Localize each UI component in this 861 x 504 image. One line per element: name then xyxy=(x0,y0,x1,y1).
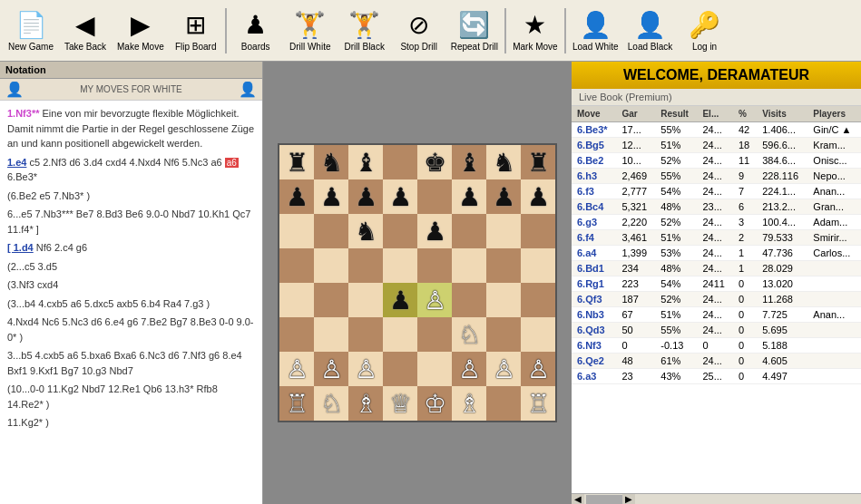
cell-1-3[interactable]: ♟ xyxy=(383,179,417,214)
horizontal-scrollbar[interactable]: ◀ ▶ xyxy=(572,493,861,504)
cell-3-4[interactable] xyxy=(417,248,452,283)
cell-15-0[interactable]: 6.Qe2 xyxy=(572,354,616,369)
cell-7-1[interactable]: ♘ xyxy=(314,386,348,421)
cell-4-3[interactable]: ♟ xyxy=(383,283,417,317)
cell-5-6[interactable] xyxy=(486,317,521,352)
cell-5-7[interactable] xyxy=(521,317,555,352)
cell-8-0[interactable]: 6.a4 xyxy=(572,246,616,261)
cell-2-2[interactable]: ♞ xyxy=(348,214,383,248)
load-black-button[interactable]: 👤 Load Black xyxy=(623,3,678,59)
table-row[interactable]: 6.Bc45,32148%23...6213.2...Gran... xyxy=(572,199,861,215)
mark-move-button[interactable]: ★ Mark Move xyxy=(508,3,563,59)
cell-1-0[interactable]: ♟ xyxy=(279,179,314,214)
cell-5-1[interactable] xyxy=(314,317,348,352)
cell-7-0[interactable]: ♖ xyxy=(279,386,314,421)
cell-5-2[interactable] xyxy=(348,317,383,352)
table-row[interactable]: 6.Bg512...51%24...18596.6...Kram... xyxy=(572,138,861,153)
new-game-button[interactable]: 📄 New Game xyxy=(4,3,58,59)
cell-1-1[interactable]: ♟ xyxy=(314,179,348,214)
table-row[interactable]: 6.Qe24861%24...04.605 xyxy=(572,354,861,369)
cell-1-2[interactable]: ♟ xyxy=(348,179,383,214)
table-row[interactable]: 6.Bd123448%24...128.029 xyxy=(572,261,861,276)
table-row[interactable]: 6.f43,46151%24...279.533Smirir... xyxy=(572,230,861,246)
cell-10-0[interactable]: 6.Rg1 xyxy=(572,276,616,292)
cell-6-2[interactable]: ♙ xyxy=(348,352,383,386)
make-move-button[interactable]: ▶ Make Move xyxy=(113,3,169,59)
cell-2-6[interactable] xyxy=(486,214,521,248)
cell-7-7[interactable]: ♖ xyxy=(521,386,555,421)
cell-2-3[interactable] xyxy=(383,214,417,248)
cell-5-5[interactable]: ♘ xyxy=(452,317,486,352)
stop-drill-button[interactable]: ⊘ Stop Drill xyxy=(392,3,446,59)
notation-1d4[interactable]: [ 1.d4 xyxy=(7,242,34,253)
cell-2-5[interactable] xyxy=(452,214,486,248)
chess-board[interactable]: ♜♞♝♚♝♞♜♟♟♟♟♟♟♟♞♟♟♙♘♙♙♙♙♙♙♖♘♗♕♔♗♖ xyxy=(278,143,557,422)
cell-0-5[interactable]: ♝ xyxy=(452,145,486,179)
table-row[interactable]: 6.f32,77754%24...7224.1...Anan... xyxy=(572,184,861,199)
cell-1-7[interactable]: ♟ xyxy=(521,179,555,214)
cell-5-0[interactable]: 6.Bc4 xyxy=(572,199,616,215)
table-row[interactable]: 6.Be210...52%24...11384.6...Onisc... xyxy=(572,153,861,169)
cell-0-6[interactable]: ♞ xyxy=(486,145,521,179)
cell-3-1[interactable] xyxy=(314,248,348,283)
cell-2-1[interactable] xyxy=(314,214,348,248)
cell-0-7[interactable]: ♜ xyxy=(521,145,555,179)
cell-5-0[interactable] xyxy=(279,317,314,352)
cell-3-0[interactable] xyxy=(279,248,314,283)
cell-2-0[interactable] xyxy=(279,214,314,248)
cell-7-6[interactable] xyxy=(486,386,521,421)
cell-0-3[interactable] xyxy=(383,145,417,179)
cell-7-0[interactable]: 6.f4 xyxy=(572,230,616,246)
log-in-button[interactable]: 🔑 Log in xyxy=(678,3,732,59)
cell-13-0[interactable]: 6.Qd3 xyxy=(572,323,616,338)
drill-white-button[interactable]: 🏋 Drill White xyxy=(283,3,338,59)
table-row[interactable]: 6.Nf30-0.13005.188 xyxy=(572,338,861,354)
cell-4-5[interactable] xyxy=(452,283,486,317)
cell-7-4[interactable]: ♔ xyxy=(417,386,452,421)
cell-4-1[interactable] xyxy=(314,283,348,317)
cell-6-0[interactable]: ♙ xyxy=(279,352,314,386)
take-back-button[interactable]: ◀ Take Back xyxy=(58,3,113,59)
cell-6-3[interactable] xyxy=(383,352,417,386)
cell-0-1[interactable]: ♞ xyxy=(314,145,348,179)
table-row[interactable]: 6.Be3*17...55%24...421.406...Gin/C ▲ xyxy=(572,122,861,138)
boards-button[interactable]: ♟ Boards xyxy=(229,3,283,59)
cell-1-0[interactable]: 6.Bg5 xyxy=(572,138,616,153)
cell-5-4[interactable] xyxy=(417,317,452,352)
cell-6-5[interactable]: ♙ xyxy=(452,352,486,386)
book-table[interactable]: Move Gar Result El... % Visits Players 6… xyxy=(572,106,861,493)
cell-4-2[interactable] xyxy=(348,283,383,317)
cell-0-0[interactable]: ♜ xyxy=(279,145,314,179)
cell-6-6[interactable]: ♙ xyxy=(486,352,521,386)
cell-3-3[interactable] xyxy=(383,248,417,283)
cell-6-4[interactable] xyxy=(417,352,452,386)
table-row[interactable]: 6.h32,46955%24...9228.116Nepo... xyxy=(572,169,861,184)
cell-7-2[interactable]: ♗ xyxy=(348,386,383,421)
cell-4-0[interactable] xyxy=(279,283,314,317)
cell-3-5[interactable] xyxy=(452,248,486,283)
cell-4-7[interactable] xyxy=(521,283,555,317)
cell-0-0[interactable]: 6.Be3* xyxy=(572,122,616,138)
table-row[interactable]: 6.Rg122354%2411013.020 xyxy=(572,276,861,292)
load-white-button[interactable]: 👤 Load White xyxy=(568,3,623,59)
cell-3-0[interactable]: 6.h3 xyxy=(572,169,616,184)
cell-14-0[interactable]: 6.Nf3 xyxy=(572,338,616,354)
cell-0-4[interactable]: ♚ xyxy=(417,145,452,179)
scroll-left-button[interactable]: ◀ xyxy=(572,494,584,504)
cell-16-0[interactable]: 6.a3 xyxy=(572,369,616,384)
cell-7-5[interactable]: ♗ xyxy=(452,386,486,421)
cell-2-4[interactable]: ♟ xyxy=(417,214,452,248)
cell-1-5[interactable]: ♟ xyxy=(452,179,486,214)
table-row[interactable]: 6.a41,39953%24...147.736Carlos... xyxy=(572,246,861,261)
cell-0-2[interactable]: ♝ xyxy=(348,145,383,179)
cell-2-0[interactable]: 6.Be2 xyxy=(572,153,616,169)
cell-6-7[interactable]: ♙ xyxy=(521,352,555,386)
table-row[interactable]: 6.Qd35055%24...05.695 xyxy=(572,323,861,338)
flip-board-button[interactable]: ⊞ Flip Board xyxy=(169,3,223,59)
cell-3-6[interactable] xyxy=(486,248,521,283)
cell-3-7[interactable] xyxy=(521,248,555,283)
scroll-right-button[interactable]: ▶ xyxy=(622,494,635,504)
cell-1-6[interactable]: ♟ xyxy=(486,179,521,214)
move-1e4[interactable]: 1.e4 xyxy=(7,157,26,168)
cell-9-0[interactable]: 6.Bd1 xyxy=(572,261,616,276)
